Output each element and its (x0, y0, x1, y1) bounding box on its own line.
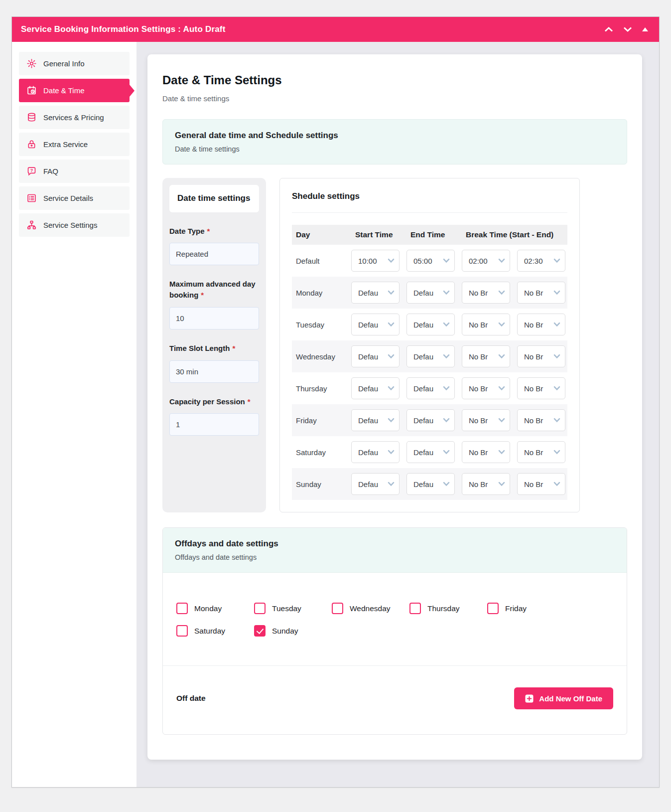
checkbox[interactable] (332, 603, 343, 614)
section-subtitle: Date & time settings (175, 145, 615, 153)
sidebar-item-faq[interactable]: ? FAQ (19, 160, 130, 183)
chevron-down-icon (443, 258, 450, 263)
schedule-row-thursday: Thursday Defau Defau No Br No Br (292, 372, 567, 404)
schedule-table: Day Start Time End Time Break Time (Star… (292, 225, 567, 500)
column-header-break-time: Break Time (Start - End) (462, 230, 567, 239)
offday-checkbox-thursday[interactable]: Thursday (409, 603, 487, 614)
checkbox[interactable] (176, 625, 188, 637)
start-time-select[interactable]: Defau (351, 345, 400, 367)
day-label: Friday (292, 416, 351, 425)
start-time-select[interactable]: Defau (351, 409, 400, 431)
page-title: Date & Time Settings (162, 73, 627, 87)
page-subtitle: Date & time settings (162, 94, 627, 103)
break-start-select[interactable]: No Br (462, 409, 510, 431)
checkbox[interactable] (487, 603, 499, 614)
start-time-select[interactable]: Defau (351, 282, 400, 304)
end-time-select[interactable]: Defau (406, 345, 455, 367)
end-time-select[interactable]: Defau (406, 473, 455, 495)
break-start-select[interactable]: No Br (462, 441, 510, 463)
sidebar-item-service-settings[interactable]: Service Settings (19, 213, 130, 237)
chevron-down-icon (443, 354, 450, 359)
break-end-select[interactable]: 02:30 (517, 250, 565, 272)
checkbox-label: Tuesday (272, 604, 301, 613)
start-time-select[interactable]: Defau (351, 473, 400, 495)
chevron-down-icon (498, 482, 505, 487)
date-type-input[interactable]: Repeated (169, 243, 259, 265)
sidebar-item-general-info[interactable]: General Info (19, 52, 130, 75)
offday-checkbox-friday[interactable]: Friday (487, 603, 565, 614)
checkbox[interactable] (254, 625, 266, 637)
content-area: Date & Time Settings Date & time setting… (136, 42, 659, 787)
start-time-select[interactable]: Defau (351, 314, 400, 335)
start-time-select[interactable]: Defau (351, 441, 400, 463)
off-date-label: Off date (176, 694, 206, 703)
max-advanced-booking-input[interactable]: 10 (169, 307, 259, 329)
break-start-select[interactable]: No Br (462, 345, 510, 367)
offday-checkbox-monday[interactable]: Monday (176, 603, 254, 614)
sidebar-item-services-pricing[interactable]: Services & Pricing (19, 106, 130, 129)
offday-checkbox-wednesday[interactable]: Wednesday (332, 603, 409, 614)
column-header-end-time: End Time (406, 230, 462, 239)
sidebar-item-date-time[interactable]: Date & Time (19, 79, 130, 102)
chevron-down-icon (498, 418, 505, 423)
offday-checkbox-tuesday[interactable]: Tuesday (254, 603, 332, 614)
checkbox[interactable] (254, 603, 266, 614)
gear-icon (26, 58, 37, 69)
end-time-select[interactable]: 05:00 (406, 250, 455, 272)
end-time-select[interactable]: Defau (406, 409, 455, 431)
break-start-select[interactable]: No Br (462, 473, 510, 495)
checkbox-label: Sunday (272, 627, 298, 636)
chevron-down-icon (553, 450, 560, 455)
chevron-down-icon (553, 258, 560, 263)
checkbox[interactable] (176, 603, 188, 614)
checkbox[interactable] (409, 603, 421, 614)
chevron-down-icon (388, 418, 395, 423)
field-max-advanced-booking: Maximum advanced day booking* 10 (169, 279, 259, 329)
chevron-down-icon[interactable] (623, 26, 632, 32)
start-time-select[interactable]: Defau (351, 377, 400, 399)
chevron-down-icon (443, 386, 450, 391)
checkbox-label: Saturday (194, 627, 225, 636)
end-time-select[interactable]: Defau (406, 377, 455, 399)
start-time-select[interactable]: 10:00 (351, 250, 400, 272)
add-new-off-date-button[interactable]: Add New Off Date (514, 687, 613, 709)
chevron-down-icon (388, 322, 395, 327)
chevron-down-icon (443, 290, 450, 295)
chevron-down-icon (388, 290, 395, 295)
offday-checkbox-sunday[interactable]: Sunday (254, 625, 332, 637)
break-end-select[interactable]: No Br (517, 282, 565, 304)
capacity-per-session-input[interactable]: 1 (169, 413, 259, 436)
break-end-select[interactable]: No Br (517, 345, 565, 367)
break-end-select[interactable]: No Br (517, 473, 565, 495)
chevron-down-icon (388, 450, 395, 455)
offday-checkbox-saturday[interactable]: Saturday (176, 625, 254, 637)
offdays-checkbox-group: Monday Tuesday Wednesday (163, 573, 627, 665)
time-slot-length-input[interactable]: 30 min (169, 360, 259, 383)
add-button-label: Add New Off Date (539, 694, 602, 703)
end-time-select[interactable]: Defau (406, 282, 455, 304)
break-start-select[interactable]: No Br (462, 314, 510, 335)
break-end-select[interactable]: No Br (517, 377, 565, 399)
checkbox-label: Friday (505, 604, 527, 613)
break-start-select[interactable]: No Br (462, 282, 510, 304)
chevron-up-icon[interactable] (604, 26, 613, 32)
end-time-select[interactable]: Defau (406, 441, 455, 463)
break-start-select[interactable]: No Br (462, 377, 510, 399)
offdays-section-header: Offdays and date settings Offdays and da… (163, 528, 627, 573)
chevron-down-icon (388, 482, 395, 487)
day-label: Thursday (292, 384, 351, 393)
list-details-icon (26, 193, 37, 203)
break-end-select[interactable]: No Br (517, 441, 565, 463)
field-label: Maximum advanced day booking* (169, 279, 259, 301)
break-end-select[interactable]: No Br (517, 409, 565, 431)
chevron-down-icon (498, 322, 505, 327)
checkbox-label: Wednesday (350, 604, 391, 613)
question-bubble-icon: ? (26, 166, 37, 176)
break-end-select[interactable]: No Br (517, 314, 565, 335)
sidebar-item-extra-service[interactable]: Extra Service (19, 133, 130, 156)
end-time-select[interactable]: Defau (406, 314, 455, 335)
triangle-up-icon[interactable] (642, 27, 648, 31)
break-start-select[interactable]: 02:00 (462, 250, 510, 272)
chevron-down-icon (443, 322, 450, 327)
sidebar-item-service-details[interactable]: Service Details (19, 186, 130, 210)
